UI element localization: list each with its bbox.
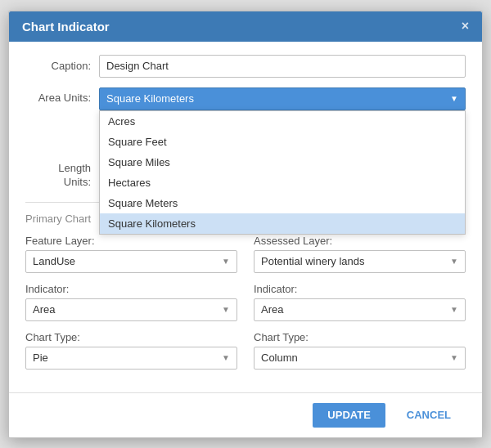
dropdown-item-square-miles[interactable]: Square Miles: [100, 152, 465, 172]
dropdown-item-square-meters[interactable]: Square Meters: [100, 193, 465, 213]
caption-input[interactable]: [99, 55, 466, 78]
assessed-layer-arrow: ▼: [450, 257, 458, 266]
length-units-label: LengthUnits:: [25, 162, 99, 190]
secondary-chart-column: Secondary Chart Assessed Layer: Potentia…: [254, 213, 466, 379]
caption-row: Caption:: [25, 55, 466, 78]
dialog-body: Caption: Area Units: Square Kilometers ▼…: [9, 42, 482, 392]
assessed-layer-value: Potential winery lands: [261, 255, 364, 267]
area-units-dropdown-list: Acres Square Feet Square Miles Hectares …: [99, 110, 466, 235]
dropdown-item-acres[interactable]: Acres: [100, 111, 465, 132]
secondary-indicator-value: Area: [261, 303, 283, 316]
secondary-chart-type-arrow: ▼: [450, 353, 458, 362]
dropdown-item-hectares[interactable]: Hectares: [100, 172, 465, 193]
assessed-layer-dropdown[interactable]: Potential winery lands ▼: [254, 250, 466, 273]
feature-layer-dropdown[interactable]: LandUse ▼: [25, 250, 237, 273]
assessed-layer-label: Assessed Layer:: [254, 235, 466, 247]
caption-label: Caption:: [25, 60, 99, 72]
area-units-label: Area Units:: [25, 87, 99, 104]
area-units-row: Area Units: Square Kilometers ▼ Acres Sq…: [25, 87, 466, 110]
area-units-selected[interactable]: Square Kilometers ▼: [99, 87, 466, 110]
close-button[interactable]: ×: [462, 20, 469, 33]
dropdown-item-square-feet[interactable]: Square Feet: [100, 132, 465, 152]
feature-layer-label: Feature Layer:: [25, 235, 237, 247]
update-button[interactable]: UPDATE: [313, 403, 385, 428]
secondary-chart-type-value: Column: [261, 352, 298, 364]
secondary-chart-type-dropdown[interactable]: Column ▼: [254, 347, 466, 370]
primary-chart-type-dropdown[interactable]: Pie ▼: [25, 347, 237, 370]
primary-chart-column: Primary Chart Feature Layer: LandUse ▼ I…: [25, 213, 237, 379]
feature-layer-arrow: ▼: [222, 257, 230, 266]
primary-indicator-value: Area: [33, 303, 55, 316]
chart-indicator-dialog: Chart Indicator × Caption: Area Units: S…: [8, 11, 483, 438]
dialog-footer: UPDATE CANCEL: [9, 392, 482, 437]
dropdown-item-square-kilometers[interactable]: Square Kilometers: [100, 213, 465, 234]
secondary-chart-type-label: Chart Type:: [254, 331, 466, 343]
charts-section: Primary Chart Feature Layer: LandUse ▼ I…: [25, 213, 466, 379]
primary-indicator-label: Indicator:: [25, 283, 237, 295]
secondary-indicator-label: Indicator:: [254, 283, 466, 295]
feature-layer-value: LandUse: [33, 255, 75, 267]
cancel-button[interactable]: CANCEL: [392, 403, 466, 428]
dropdown-arrow: ▼: [450, 94, 458, 103]
secondary-indicator-arrow: ▼: [450, 305, 458, 314]
dialog-header: Chart Indicator ×: [9, 11, 482, 42]
secondary-indicator-dropdown[interactable]: Area ▼: [254, 298, 466, 321]
dialog-title: Chart Indicator: [22, 20, 110, 34]
area-units-dropdown[interactable]: Square Kilometers ▼ Acres Square Feet Sq…: [99, 87, 466, 110]
primary-chart-type-value: Pie: [33, 352, 48, 364]
primary-chart-type-arrow: ▼: [222, 353, 230, 362]
primary-indicator-arrow: ▼: [222, 305, 230, 314]
primary-indicator-dropdown[interactable]: Area ▼: [25, 298, 237, 321]
primary-chart-type-label: Chart Type:: [25, 331, 237, 343]
